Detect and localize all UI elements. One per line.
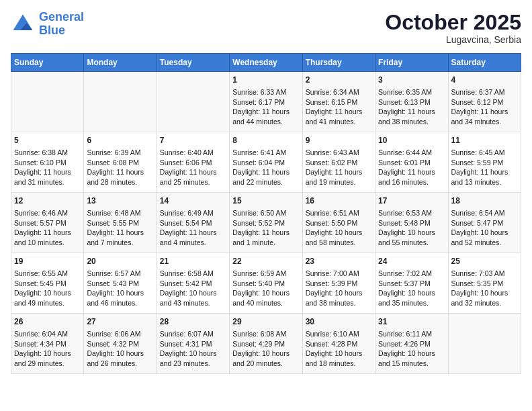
calendar-cell: 9Sunrise: 6:43 AM Sunset: 6:02 PM Daylig… bbox=[302, 132, 375, 193]
day-number: 20 bbox=[87, 256, 153, 267]
calendar-cell: 6Sunrise: 6:39 AM Sunset: 6:08 PM Daylig… bbox=[84, 132, 157, 193]
calendar-cell bbox=[448, 314, 521, 374]
calendar-cell: 4Sunrise: 6:37 AM Sunset: 6:12 PM Daylig… bbox=[448, 72, 521, 132]
day-info: Sunrise: 6:38 AM Sunset: 6:10 PM Dayligh… bbox=[14, 148, 81, 187]
day-info: Sunrise: 6:45 AM Sunset: 5:59 PM Dayligh… bbox=[451, 148, 518, 187]
day-number: 24 bbox=[378, 256, 445, 267]
day-info: Sunrise: 6:43 AM Sunset: 6:02 PM Dayligh… bbox=[306, 148, 372, 187]
calendar-cell: 24Sunrise: 7:02 AM Sunset: 5:37 PM Dayli… bbox=[375, 253, 448, 314]
day-number: 28 bbox=[160, 316, 226, 328]
day-info: Sunrise: 7:00 AM Sunset: 5:39 PM Dayligh… bbox=[306, 269, 372, 308]
day-number: 21 bbox=[160, 256, 226, 267]
calendar-cell: 25Sunrise: 7:03 AM Sunset: 5:35 PM Dayli… bbox=[448, 253, 521, 314]
logo-line2: Blue bbox=[39, 24, 65, 37]
day-number: 27 bbox=[87, 316, 153, 328]
day-number: 29 bbox=[232, 316, 299, 328]
day-info: Sunrise: 6:44 AM Sunset: 6:01 PM Dayligh… bbox=[378, 148, 445, 187]
calendar-week-row: 12Sunrise: 6:46 AM Sunset: 5:57 PM Dayli… bbox=[11, 193, 521, 253]
calendar-cell: 27Sunrise: 6:06 AM Sunset: 4:32 PM Dayli… bbox=[84, 314, 157, 374]
day-info: Sunrise: 6:49 AM Sunset: 5:54 PM Dayligh… bbox=[160, 208, 226, 248]
day-info: Sunrise: 6:40 AM Sunset: 6:06 PM Dayligh… bbox=[160, 148, 226, 187]
calendar-cell: 7Sunrise: 6:40 AM Sunset: 6:06 PM Daylig… bbox=[157, 132, 229, 193]
day-info: Sunrise: 6:06 AM Sunset: 4:32 PM Dayligh… bbox=[87, 329, 153, 369]
header-tuesday: Tuesday bbox=[157, 54, 229, 72]
calendar-cell bbox=[11, 72, 84, 132]
day-number: 16 bbox=[306, 195, 372, 207]
day-number: 10 bbox=[378, 135, 445, 146]
day-info: Sunrise: 6:54 AM Sunset: 5:47 PM Dayligh… bbox=[451, 208, 518, 248]
logo: General Blue bbox=[11, 11, 84, 38]
day-info: Sunrise: 6:59 AM Sunset: 5:40 PM Dayligh… bbox=[232, 269, 299, 308]
calendar-cell: 10Sunrise: 6:44 AM Sunset: 6:01 PM Dayli… bbox=[375, 132, 448, 193]
day-info: Sunrise: 6:46 AM Sunset: 5:57 PM Dayligh… bbox=[14, 208, 81, 248]
day-number: 3 bbox=[378, 75, 445, 86]
day-info: Sunrise: 6:35 AM Sunset: 6:13 PM Dayligh… bbox=[378, 87, 445, 127]
day-info: Sunrise: 6:48 AM Sunset: 5:55 PM Dayligh… bbox=[87, 208, 153, 248]
calendar-cell: 11Sunrise: 6:45 AM Sunset: 5:59 PM Dayli… bbox=[448, 132, 521, 193]
calendar-cell: 22Sunrise: 6:59 AM Sunset: 5:40 PM Dayli… bbox=[230, 253, 302, 314]
calendar-cell: 18Sunrise: 6:54 AM Sunset: 5:47 PM Dayli… bbox=[448, 193, 521, 253]
title-block: October 2025 Lugavcina, Serbia bbox=[385, 11, 521, 45]
day-info: Sunrise: 6:57 AM Sunset: 5:43 PM Dayligh… bbox=[87, 269, 153, 308]
day-info: Sunrise: 6:53 AM Sunset: 5:48 PM Dayligh… bbox=[378, 208, 445, 248]
calendar-cell: 2Sunrise: 6:34 AM Sunset: 6:15 PM Daylig… bbox=[302, 72, 375, 132]
day-info: Sunrise: 6:51 AM Sunset: 5:50 PM Dayligh… bbox=[306, 208, 372, 248]
page-header: General Blue October 2025 Lugavcina, Ser… bbox=[11, 11, 521, 45]
header-friday: Friday bbox=[375, 54, 448, 72]
logo-icon bbox=[11, 12, 35, 36]
calendar-cell: 26Sunrise: 6:04 AM Sunset: 4:34 PM Dayli… bbox=[11, 314, 84, 374]
calendar-cell: 13Sunrise: 6:48 AM Sunset: 5:55 PM Dayli… bbox=[84, 193, 157, 253]
day-number: 30 bbox=[306, 316, 372, 328]
calendar-week-row: 1Sunrise: 6:33 AM Sunset: 6:17 PM Daylig… bbox=[11, 72, 521, 132]
day-info: Sunrise: 6:33 AM Sunset: 6:17 PM Dayligh… bbox=[232, 87, 299, 127]
day-number: 2 bbox=[306, 75, 372, 86]
day-info: Sunrise: 6:10 AM Sunset: 4:28 PM Dayligh… bbox=[306, 329, 372, 369]
day-number: 31 bbox=[378, 316, 445, 328]
header-wednesday: Wednesday bbox=[230, 54, 302, 72]
calendar-cell: 16Sunrise: 6:51 AM Sunset: 5:50 PM Dayli… bbox=[302, 193, 375, 253]
day-info: Sunrise: 7:02 AM Sunset: 5:37 PM Dayligh… bbox=[378, 269, 445, 308]
calendar-cell: 1Sunrise: 6:33 AM Sunset: 6:17 PM Daylig… bbox=[230, 72, 302, 132]
day-info: Sunrise: 6:39 AM Sunset: 6:08 PM Dayligh… bbox=[87, 148, 153, 187]
day-number: 23 bbox=[306, 256, 372, 267]
calendar-week-row: 26Sunrise: 6:04 AM Sunset: 4:34 PM Dayli… bbox=[11, 314, 521, 374]
calendar-cell: 30Sunrise: 6:10 AM Sunset: 4:28 PM Dayli… bbox=[302, 314, 375, 374]
day-number: 17 bbox=[378, 195, 445, 207]
calendar-cell: 20Sunrise: 6:57 AM Sunset: 5:43 PM Dayli… bbox=[84, 253, 157, 314]
day-info: Sunrise: 6:37 AM Sunset: 6:12 PM Dayligh… bbox=[451, 87, 518, 127]
day-number: 15 bbox=[232, 195, 299, 207]
calendar-cell: 14Sunrise: 6:49 AM Sunset: 5:54 PM Dayli… bbox=[157, 193, 229, 253]
day-number: 22 bbox=[232, 256, 299, 267]
calendar-cell bbox=[84, 72, 157, 132]
day-number: 9 bbox=[306, 135, 372, 146]
day-number: 25 bbox=[451, 256, 518, 267]
logo-text: General Blue bbox=[39, 11, 84, 38]
calendar-cell: 21Sunrise: 6:58 AM Sunset: 5:42 PM Dayli… bbox=[157, 253, 229, 314]
day-info: Sunrise: 6:58 AM Sunset: 5:42 PM Dayligh… bbox=[160, 269, 226, 308]
day-number: 4 bbox=[451, 75, 518, 86]
calendar-cell: 5Sunrise: 6:38 AM Sunset: 6:10 PM Daylig… bbox=[11, 132, 84, 193]
day-info: Sunrise: 6:07 AM Sunset: 4:31 PM Dayligh… bbox=[160, 329, 226, 369]
calendar-cell: 8Sunrise: 6:41 AM Sunset: 6:04 PM Daylig… bbox=[230, 132, 302, 193]
calendar-table: SundayMondayTuesdayWednesdayThursdayFrid… bbox=[11, 53, 521, 374]
day-number: 18 bbox=[451, 195, 518, 207]
day-info: Sunrise: 6:04 AM Sunset: 4:34 PM Dayligh… bbox=[14, 329, 81, 369]
day-info: Sunrise: 6:41 AM Sunset: 6:04 PM Dayligh… bbox=[232, 148, 299, 187]
day-info: Sunrise: 6:34 AM Sunset: 6:15 PM Dayligh… bbox=[306, 87, 372, 127]
header-thursday: Thursday bbox=[302, 54, 375, 72]
day-number: 13 bbox=[87, 195, 153, 207]
day-number: 12 bbox=[14, 195, 81, 207]
day-number: 19 bbox=[14, 256, 81, 267]
day-info: Sunrise: 6:11 AM Sunset: 4:26 PM Dayligh… bbox=[378, 329, 445, 369]
calendar-week-row: 19Sunrise: 6:55 AM Sunset: 5:45 PM Dayli… bbox=[11, 253, 521, 314]
day-number: 6 bbox=[87, 135, 153, 146]
day-number: 26 bbox=[14, 316, 81, 328]
day-number: 8 bbox=[232, 135, 299, 146]
calendar-cell: 29Sunrise: 6:08 AM Sunset: 4:29 PM Dayli… bbox=[230, 314, 302, 374]
day-info: Sunrise: 6:55 AM Sunset: 5:45 PM Dayligh… bbox=[14, 269, 81, 308]
calendar-cell: 12Sunrise: 6:46 AM Sunset: 5:57 PM Dayli… bbox=[11, 193, 84, 253]
calendar-week-row: 5Sunrise: 6:38 AM Sunset: 6:10 PM Daylig… bbox=[11, 132, 521, 193]
day-info: Sunrise: 6:50 AM Sunset: 5:52 PM Dayligh… bbox=[232, 208, 299, 248]
day-info: Sunrise: 7:03 AM Sunset: 5:35 PM Dayligh… bbox=[451, 269, 518, 308]
calendar-cell: 15Sunrise: 6:50 AM Sunset: 5:52 PM Dayli… bbox=[230, 193, 302, 253]
